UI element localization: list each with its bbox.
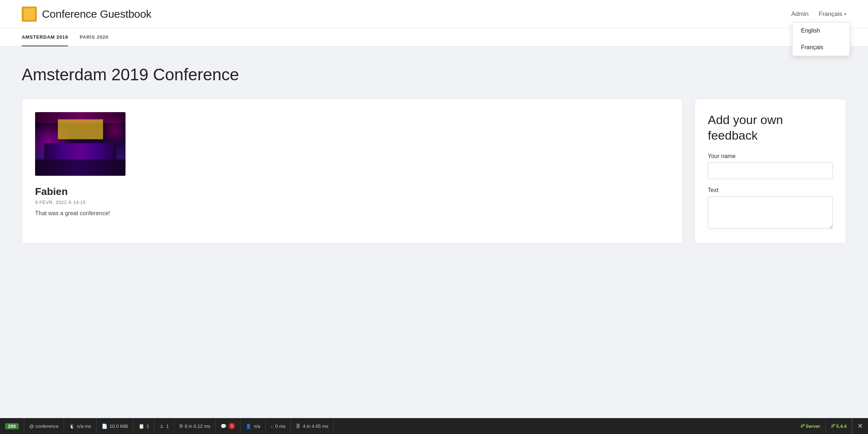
content-grid: Fabien 9 FÉVR. 2022 À 14:15 That was a g… xyxy=(22,99,846,244)
status-layers-item[interactable]: ⧉ 8 in 0.12 ms xyxy=(174,418,216,434)
text-input[interactable] xyxy=(708,196,833,229)
close-icon: ✕ xyxy=(858,422,863,430)
status-bar: 200 @ conference 🐧 n/a ms 📄 10.0 MiB 📋 1… xyxy=(0,418,868,434)
db-icon: 🗄 xyxy=(296,424,301,429)
sf-icon: 𝒮 xyxy=(800,423,804,429)
entry-text: That was a great conference! xyxy=(35,210,669,217)
status-chat-item[interactable]: 💬 5 xyxy=(216,418,241,434)
admin-link[interactable]: Admin xyxy=(791,10,809,18)
db-label: 4 in 4.65 ms xyxy=(303,424,328,429)
app-title: Conference Guestbook xyxy=(42,8,152,20)
app-logo-icon xyxy=(22,7,37,22)
audience xyxy=(35,159,125,176)
entry-date: 9 FÉVR. 2022 À 14:15 xyxy=(35,200,669,205)
status-right: 𝒮 Server 𝒮 5.4.4 ✕ xyxy=(795,418,868,434)
feedback-title: Add your own feedback xyxy=(708,112,833,143)
chat-badge: 5 xyxy=(229,423,235,429)
light-magenta xyxy=(100,116,125,145)
name-label: Your name xyxy=(708,153,833,159)
status-route-item[interactable]: @ conference xyxy=(24,418,64,434)
language-current-label: Français xyxy=(819,10,842,18)
feedback-card: Add your own feedback Your name Text xyxy=(694,99,846,244)
status-wdt-item[interactable]: 🐧 n/a ms xyxy=(64,418,97,434)
chevron-down-icon: ▾ xyxy=(844,12,846,17)
status-memory-item[interactable]: 📄 10.0 MiB xyxy=(97,418,133,434)
wdt-icon: 🐧 xyxy=(69,424,75,429)
sf-version-label: 5.4.4 xyxy=(836,424,847,429)
status-queries-item[interactable]: 📋 1 xyxy=(133,418,154,434)
error-icon: ⚠ xyxy=(159,424,164,429)
presentation-screen xyxy=(58,119,103,139)
header-right: Admin Français ▾ English Français xyxy=(791,10,846,18)
queries-count: 1 xyxy=(146,424,149,429)
tab-paris-2020[interactable]: PARIS 2020 xyxy=(80,29,108,46)
http-status-code: 200 xyxy=(5,423,19,429)
header-left: Conference Guestbook xyxy=(22,7,152,22)
arrow-label: 0 ms xyxy=(275,424,285,429)
chat-icon: 💬 xyxy=(221,424,226,429)
page-title: Amsterdam 2019 Conference xyxy=(22,65,846,84)
status-arrow-item[interactable]: ↓ 0 ms xyxy=(266,418,291,434)
header: Conference Guestbook Admin Français ▾ En… xyxy=(0,0,868,29)
sf-version-item[interactable]: 𝒮 5.4.4 xyxy=(826,418,852,434)
layers-label: 8 in 0.12 ms xyxy=(185,424,210,429)
ms-label: n/a ms xyxy=(77,424,91,429)
entry-card: Fabien 9 FÉVR. 2022 À 14:15 That was a g… xyxy=(22,99,683,244)
route-label: @ conference xyxy=(29,424,59,429)
errors-count: 1 xyxy=(166,424,169,429)
tab-amsterdam-2019[interactable]: AMSTERDAM 2019 xyxy=(22,29,68,46)
close-button[interactable]: ✕ xyxy=(852,418,868,434)
language-dropdown[interactable]: Français ▾ English Français xyxy=(819,10,846,18)
queries-icon: 📋 xyxy=(139,424,144,429)
memory-label: 10.0 MiB xyxy=(110,424,128,429)
arrow-icon: ↓ xyxy=(271,424,273,429)
main-content: Amsterdam 2019 Conference Fabien 9 FÉVR.… xyxy=(0,47,868,262)
entry-author: Fabien xyxy=(35,186,669,197)
conference-photo xyxy=(35,112,125,176)
user-icon: 👤 xyxy=(246,424,251,429)
language-option-francais[interactable]: Français xyxy=(792,39,850,56)
nav-tabs: AMSTERDAM 2019 PARIS 2020 xyxy=(0,29,868,47)
sf-server-label: Server xyxy=(806,424,820,429)
status-code-item: 200 xyxy=(0,418,24,434)
sf-icon2: 𝒮 xyxy=(831,423,834,429)
language-option-english[interactable]: English xyxy=(792,22,850,39)
text-label: Text xyxy=(708,187,833,193)
layers-icon: ⧉ xyxy=(179,423,183,429)
user-label: n/a xyxy=(254,424,260,429)
status-user-item[interactable]: 👤 n/a xyxy=(241,418,265,434)
status-errors-item[interactable]: ⚠ 1 xyxy=(154,418,174,434)
name-input[interactable] xyxy=(708,162,833,179)
page-icon: 📄 xyxy=(102,424,107,429)
sf-server-item[interactable]: 𝒮 Server xyxy=(795,418,826,434)
status-db-item[interactable]: 🗄 4 in 4.65 ms xyxy=(291,418,334,434)
entry-image xyxy=(35,112,125,176)
language-menu: English Français xyxy=(792,22,850,56)
